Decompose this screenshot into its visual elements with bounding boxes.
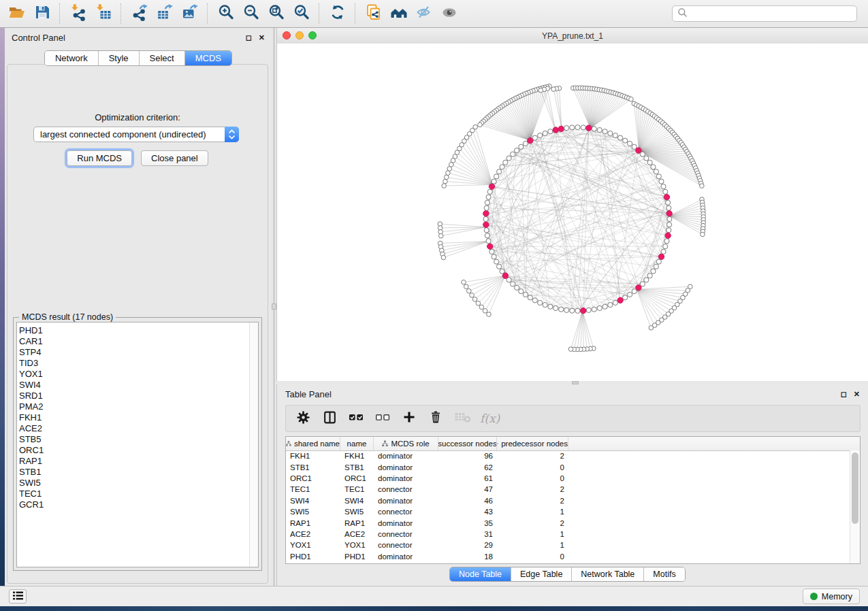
- table-row[interactable]: YOX1YOX1connector291: [286, 540, 850, 550]
- import-network-icon: [69, 3, 87, 24]
- hide-selected-button[interactable]: [411, 2, 436, 25]
- function-builder-button: f(x): [480, 409, 500, 428]
- criterion-dropdown[interactable]: largest connected component (undirected): [33, 127, 239, 142]
- mcds-result-item[interactable]: FKH1: [19, 412, 248, 423]
- export-network-button[interactable]: [127, 2, 152, 25]
- add-column-button[interactable]: [400, 409, 418, 428]
- mcds-result-item[interactable]: STB5: [19, 434, 248, 445]
- tab-select[interactable]: Select: [140, 51, 185, 65]
- mcds-result-item[interactable]: PMA2: [19, 401, 248, 412]
- vertical-splitter[interactable]: [272, 28, 276, 587]
- cell-successor-nodes: 61: [438, 474, 497, 482]
- toolbar-separator: [59, 3, 61, 24]
- column-type-icon: [382, 440, 388, 447]
- close-window-icon[interactable]: [283, 31, 291, 39]
- minimize-window-icon[interactable]: [295, 31, 304, 39]
- export-image-button[interactable]: [177, 2, 202, 25]
- mcds-result-item[interactable]: ACE2: [19, 423, 248, 434]
- table-scrollbar-thumb[interactable]: [852, 452, 858, 524]
- first-neighbors-button[interactable]: [386, 2, 411, 25]
- network-graph[interactable]: [277, 44, 868, 381]
- tab-network[interactable]: Network: [45, 51, 99, 65]
- zoom-fit-button[interactable]: [263, 2, 289, 25]
- optimization-criterion-label: Optimization criterion:: [7, 112, 268, 122]
- mcds-result-item[interactable]: CAR1: [19, 336, 248, 347]
- mcds-result-item[interactable]: RAP1: [19, 456, 248, 467]
- table-row[interactable]: TEC1TEC1connector472: [286, 484, 850, 495]
- float-table-panel-icon[interactable]: ◻: [841, 390, 847, 399]
- save-session-button[interactable]: [29, 2, 54, 25]
- search-input[interactable]: [688, 7, 856, 20]
- delete-column-button[interactable]: [427, 409, 445, 428]
- zoom-out-button[interactable]: [238, 2, 263, 25]
- settings-gear-button[interactable]: [294, 409, 312, 428]
- table-row[interactable]: PHD1PHD1dominator180: [286, 551, 850, 562]
- toolbar-group: [213, 2, 314, 25]
- cell-shared-name: RAP1: [286, 519, 340, 527]
- mcds-result-item[interactable]: STP4: [19, 347, 248, 358]
- cell-name: SWI5: [340, 508, 374, 516]
- column-header-predecessor-nodes[interactable]: predecessor nodes: [497, 437, 568, 450]
- tab-network-table[interactable]: Network Table: [572, 567, 644, 581]
- column-header-name[interactable]: name: [340, 437, 374, 450]
- tab-motifs[interactable]: Motifs: [644, 567, 684, 581]
- result-list-scrollbar[interactable]: [249, 323, 258, 567]
- memory-button[interactable]: Memory: [803, 589, 860, 604]
- zoom-selected-button[interactable]: [289, 2, 314, 25]
- mcds-tab-content: Optimization criterion: largest connecte…: [7, 64, 268, 584]
- zoom-window-icon[interactable]: [308, 31, 317, 39]
- column-header-MCDS-role[interactable]: MCDS role: [374, 437, 438, 450]
- show-all-button[interactable]: [436, 2, 462, 25]
- column-header-successor-nodes[interactable]: successor nodes: [438, 437, 497, 450]
- mcds-result-item[interactable]: ORC1: [19, 445, 248, 456]
- column-layout-button[interactable]: [321, 409, 338, 428]
- import-network-button[interactable]: [65, 2, 91, 25]
- task-history-button[interactable]: [9, 589, 27, 604]
- zoom-in-button[interactable]: [213, 2, 238, 25]
- table-row[interactable]: FKH1FKH1dominator962: [286, 450, 850, 461]
- clear-checkboxes-button[interactable]: [374, 409, 391, 428]
- tab-edge-table[interactable]: Edge Table: [511, 567, 572, 581]
- tab-style[interactable]: Style: [99, 51, 140, 65]
- table-row[interactable]: SWI4SWI4dominator462: [286, 495, 850, 506]
- mcds-result-item[interactable]: SWI5: [19, 478, 248, 489]
- mcds-result-item[interactable]: SRD1: [19, 391, 248, 401]
- close-panel-icon[interactable]: ✕: [259, 33, 265, 42]
- network-canvas[interactable]: [277, 44, 868, 381]
- run-mcds-button[interactable]: Run MCDS: [67, 150, 132, 166]
- mcds-result-item[interactable]: STB1: [19, 467, 248, 478]
- cell-name: RAP1: [340, 519, 374, 527]
- mcds-result-item[interactable]: PHD1: [19, 325, 248, 336]
- mcds-result-item[interactable]: YOX1: [19, 369, 248, 380]
- vertical-splitter-handle[interactable]: [272, 303, 276, 310]
- open-session-button[interactable]: [4, 2, 29, 25]
- show-all-icon: [440, 3, 458, 24]
- table-row[interactable]: ACE2ACE2connector311: [286, 529, 850, 540]
- table-row[interactable]: STB1STB1dominator620: [286, 461, 850, 472]
- toolbar-group: [65, 2, 116, 25]
- import-table-button[interactable]: [91, 2, 116, 25]
- tab-node-table[interactable]: Node Table: [450, 567, 511, 581]
- copy-network-button[interactable]: [361, 2, 386, 25]
- mcds-result-item[interactable]: TID3: [19, 358, 248, 369]
- mcds-result-item[interactable]: TEC1: [19, 489, 248, 499]
- mcds-result-item[interactable]: GCR1: [19, 499, 248, 510]
- refresh-button[interactable]: [325, 2, 350, 25]
- table-scrollbar[interactable]: [850, 450, 860, 563]
- mcds-result-item[interactable]: SWI4: [19, 380, 248, 391]
- close-table-panel-icon[interactable]: ✕: [854, 390, 860, 399]
- table-row[interactable]: SWI5SWI5connector431: [286, 506, 850, 517]
- table-row[interactable]: ORC1ORC1dominator610: [286, 473, 850, 484]
- close-panel-button[interactable]: Close panel: [141, 150, 208, 166]
- table-row[interactable]: RAP1RAP1dominator352: [286, 517, 850, 528]
- toolbar-separator: [319, 3, 320, 24]
- float-panel-icon[interactable]: ◻: [246, 33, 252, 42]
- network-window-titlebar[interactable]: YPA_prune.txt_1: [277, 28, 868, 44]
- select-all-checkboxes-icon: [349, 410, 364, 427]
- export-table-button[interactable]: [152, 2, 177, 25]
- table-footer-tabs: Node TableEdge TableNetwork TableMotifs: [449, 567, 686, 582]
- column-header-shared-name[interactable]: shared name: [286, 437, 340, 450]
- select-all-checkboxes-button[interactable]: [347, 409, 365, 428]
- cell-name: TEC1: [340, 485, 374, 493]
- tab-mcds[interactable]: MCDS: [185, 51, 231, 65]
